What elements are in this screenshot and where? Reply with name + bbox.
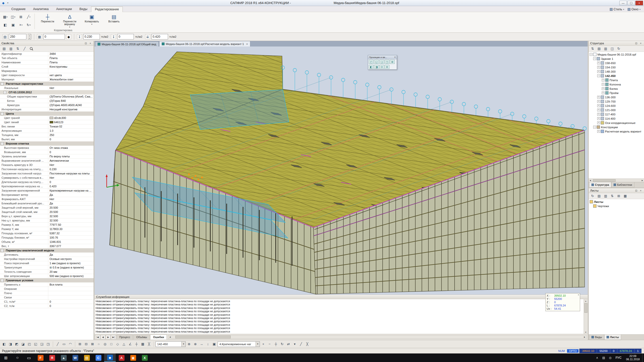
tree-expander[interactable]: − <box>590 53 592 56</box>
tree-expander[interactable]: + <box>597 96 600 99</box>
tree-expander[interactable]: + <box>597 113 600 116</box>
property-row[interactable]: Вылет, мм 0 <box>0 137 94 142</box>
property-row[interactable]: Бетон (2)Гориз B40 <box>0 99 94 103</box>
property-row[interactable]: Возвышение, мм 0 <box>0 150 94 154</box>
app-icon-2[interactable]: ▣ <box>127 353 139 362</box>
property-row[interactable]: Локальные Нет <box>0 86 94 90</box>
proj-top-icon[interactable]: ◰ <box>369 60 374 64</box>
property-row[interactable]: Суммировать с собственным в... Нет <box>0 176 94 180</box>
grid-combo-icon[interactable]: ▦ <box>37 34 42 39</box>
property-row[interactable]: Наименование Плита <box>0 60 94 65</box>
tree-expander[interactable]: + <box>597 109 600 111</box>
word-icon[interactable]: W <box>69 353 81 362</box>
snap-center-icon[interactable]: ◎ <box>102 341 108 347</box>
snap-midpoint-icon[interactable]: ◇ <box>114 341 121 347</box>
property-value[interactable]: 0.420 <box>48 185 57 188</box>
tab-libraries[interactable]: Библиотеки <box>611 182 634 188</box>
log-message[interactable]: Невозможно оттриангулировать пластину: п… <box>96 327 583 330</box>
model-3d-view[interactable] <box>95 47 588 294</box>
structure-tree-item[interactable]: + 148-300 <box>589 69 644 74</box>
draw-rect-icon[interactable]: ▭ <box>61 341 67 347</box>
cut-tool-icon[interactable]: ⊠ <box>17 13 25 20</box>
log-message[interactable]: Невозможно оттриангулировать пластину: п… <box>96 330 583 333</box>
snap-cross-icon[interactable]: ╳ <box>146 341 152 347</box>
property-value[interactable]: Конструктивы <box>48 65 67 68</box>
edge-tool-icon[interactable]: ╱▾ <box>25 13 32 20</box>
coords-close-icon[interactable]: × <box>578 294 579 296</box>
property-row[interactable]: Тип объекта Плита <box>0 56 94 60</box>
add-sheet-icon[interactable]: ⊞ <box>616 193 622 199</box>
grid-toggle-icon[interactable]: ⊟ <box>83 341 89 347</box>
property-row[interactable]: Интерпретация Несущий конструктив <box>0 107 94 112</box>
move-vertex-button[interactable]: ∆ Перенести вершину ▾ <box>59 13 80 29</box>
property-value[interactable]: d2cdc300 <box>48 116 66 119</box>
measure-icon[interactable]: ╱ <box>298 341 304 347</box>
anchor-icon[interactable]: ◆ <box>66 34 71 39</box>
property-row[interactable]: − Граничные условия <box>0 278 94 283</box>
add-level-icon[interactable]: ⊕ <box>186 341 192 347</box>
property-row[interactable]: Маркировка <box>0 69 94 73</box>
property-row[interactable]: Загружение постоянной нагруз Постоянные … <box>0 171 94 176</box>
search-icon[interactable] <box>28 46 34 52</box>
copy-button[interactable]: ▣ Копировать ▾ <box>81 13 103 29</box>
property-row[interactable]: Размер X, мм 77977.50 <box>0 223 94 227</box>
level-combo[interactable]: 142-450▼ <box>155 341 186 347</box>
property-row[interactable]: Общие характеристики (3)Плита Оболочка (… <box>0 95 94 99</box>
ribbon-tab[interactable]: Редактирование <box>91 7 123 12</box>
task-view-button[interactable]: ▭ <box>23 353 35 362</box>
sapfir-icon[interactable]: ◆ <box>104 353 116 362</box>
view-front-icon[interactable]: ◲ <box>39 341 45 347</box>
structure-tree-item[interactable]: + 136-300 <box>589 95 644 99</box>
structure-tree-item[interactable]: + Плита <box>589 78 644 82</box>
property-value[interactable]: 0 <box>48 151 51 154</box>
log-message[interactable]: Невозможно оттриангулировать пластину: п… <box>96 300 583 303</box>
menu-window[interactable]: Окно ▾ <box>628 8 640 11</box>
section-expander[interactable]: − <box>4 91 6 94</box>
tab-volumes[interactable]: Объёмы <box>133 335 150 340</box>
log-message[interactable]: Невозможно оттриангулировать пластину: п… <box>96 310 583 313</box>
property-row[interactable]: − СП 63.13330.2012 <box>0 90 94 95</box>
log-message[interactable]: Невозможно оттриангулировать пластину: п… <box>96 320 583 323</box>
section-expander[interactable]: − <box>1 249 4 252</box>
edit-mode-icon[interactable]: ╱ <box>21 46 28 52</box>
last-page-button[interactable]: ▶| <box>111 335 116 339</box>
property-row[interactable]: Площадь основания, м² 5387.32 <box>0 231 94 236</box>
next-page-button[interactable]: ▶ <box>106 335 111 339</box>
draw-line-icon[interactable]: ╱ <box>55 341 61 347</box>
thickness-input[interactable]: 250 <box>9 34 26 39</box>
proj-right-icon[interactable]: ◨ <box>374 65 379 69</box>
proj-axon-icon[interactable]: ⊡ <box>379 65 384 69</box>
property-value[interactable]: Плита <box>48 61 58 64</box>
stretch-h-icon[interactable]: ↔ <box>198 341 205 347</box>
property-value[interactable]: Плита <box>48 57 58 60</box>
move-button[interactable]: ┼ Перенести <box>37 13 58 29</box>
structure-horizontal-scrollbar[interactable]: ◀▶ <box>589 178 644 182</box>
crosshair-icon[interactable]: ┼ <box>133 341 140 347</box>
property-row[interactable]: Идентификатор 3484 <box>0 52 94 56</box>
split-view-icon[interactable]: ◫ <box>609 46 615 52</box>
view-iso-se-icon[interactable]: ◪ <box>20 341 26 347</box>
mesh-toggle-icon[interactable]: ▦ <box>140 341 146 347</box>
property-value[interactable]: 77977.50 <box>48 223 61 226</box>
perm-load-input[interactable]: 0.230 <box>83 34 100 39</box>
array-tool-icon[interactable]: ▦▾ <box>2 13 9 20</box>
section-expander[interactable]: − <box>1 142 4 145</box>
property-value[interactable]: 0.230 <box>48 168 57 171</box>
structure-tree-item[interactable]: − 142-450 <box>589 74 644 78</box>
short-load-input[interactable]: 0.420 <box>151 34 168 39</box>
property-row[interactable]: Применять к Вся плита <box>0 283 94 287</box>
property-value[interactable]: По верху плиты <box>48 155 70 158</box>
tree-expander[interactable]: + <box>602 83 605 86</box>
tree-expander[interactable]: + <box>597 100 600 103</box>
close-button[interactable]: × <box>635 1 643 5</box>
property-value[interactable]: Нет <box>48 86 54 89</box>
log-horizontal-scrollbar[interactable]: ◀▶ <box>168 335 587 339</box>
property-value[interactable]: Железобетон плит <box>48 78 73 81</box>
close-panel-icon[interactable]: × <box>89 41 92 45</box>
property-row[interactable]: Объем, м³ 1346.831 <box>0 240 94 244</box>
align-tool-icon[interactable]: ◧ <box>2 21 9 28</box>
tree-expander[interactable]: + <box>597 130 600 133</box>
region-tool-icon[interactable]: ▣ <box>9 21 17 28</box>
property-row[interactable]: Формировать АЖТ Нет <box>0 197 94 201</box>
proj-left-icon[interactable]: ◧ <box>369 65 374 69</box>
